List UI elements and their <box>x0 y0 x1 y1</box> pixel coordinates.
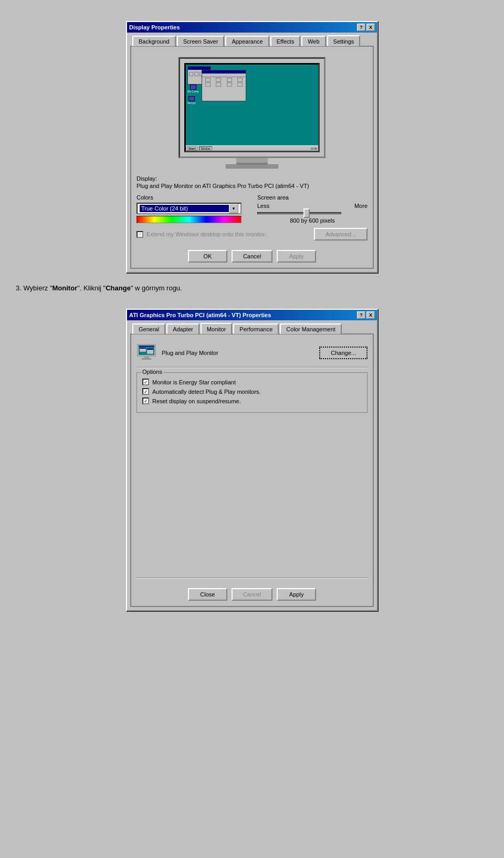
cancel-dialog2-button[interactable]: Cancel <box>232 588 272 601</box>
more-label: More <box>354 203 368 209</box>
svg-rect-6 <box>140 348 146 349</box>
monitor-frame: My Comp Recycl. Start Wi <box>178 57 326 158</box>
instruction-suffix: " w górnym rogu. <box>131 284 182 292</box>
energy-star-label: Monitor is Energy Star compliant <box>152 379 236 385</box>
colors-label: Colors <box>136 194 247 201</box>
reset-display-label: Reset display on suspend/resume. <box>152 398 241 404</box>
tab-performance[interactable]: Performance <box>233 323 279 334</box>
less-label: Less <box>257 203 269 209</box>
tab-settings[interactable]: Settings <box>327 35 361 46</box>
screen-area-label: Screen area <box>257 194 368 201</box>
tab-background[interactable]: Background <box>132 36 176 46</box>
plug-play-label: Automatically detect Plug & Play monitor… <box>152 389 261 395</box>
reset-display-checkbox[interactable]: ✓ <box>142 397 149 404</box>
dialog-title: Display Properties <box>129 24 180 30</box>
monitor-screen: My Comp Recycl. Start Wi <box>184 63 320 152</box>
colors-value: True Color (24 bit) <box>140 205 229 212</box>
monitor-name: Plug and Play Monitor <box>162 350 218 356</box>
extend-checkbox[interactable]: ✓ <box>136 231 143 238</box>
monitor-icon-large <box>136 344 156 362</box>
display-info: Plug and Play Monitor on ATI Graphics Pr… <box>136 183 368 189</box>
change-keyword: Change <box>106 284 131 292</box>
slider-thumb[interactable] <box>303 208 310 218</box>
tab-adapter[interactable]: Adapter <box>166 323 200 334</box>
energy-star-checkbox[interactable]: ✓ <box>142 379 149 385</box>
dialog1-buttons: OK Cancel Apply <box>136 246 368 263</box>
close-dialog2-button[interactable]: Close <box>188 588 227 601</box>
bottom-separator <box>136 578 368 579</box>
tab-monitor[interactable]: Monitor <box>201 323 233 334</box>
monitor-panel: Plug and Play Monitor Change... Options … <box>130 333 374 607</box>
apply-dialog2-button[interactable]: Apply <box>277 588 316 601</box>
colors-dropdown[interactable]: True Color (24 bit) ▼ <box>136 203 242 214</box>
resolution-slider[interactable] <box>257 212 341 214</box>
tabs-container: Background Screen Saver Appearance Effec… <box>130 36 374 46</box>
instruction-mid: ". Kliknij " <box>77 284 106 292</box>
color-bar <box>136 216 242 223</box>
extend-label: Extend my Windows desktop onto this moni… <box>146 231 266 237</box>
checkbox-plug-play: ✓ Automatically detect Plug & Play monit… <box>142 388 362 395</box>
options-group: Options ✓ Monitor is Energy Star complia… <box>136 372 368 413</box>
instruction-text: 3. Wybierz "Monitor". Kliknij "Change" w… <box>16 284 488 293</box>
apply-button[interactable]: Apply <box>277 250 316 263</box>
instruction-prefix: Wybierz " <box>23 284 52 292</box>
taskbar-mini: Start Window 12:00 <box>186 145 318 151</box>
ati-properties-dialog: ATI Graphics Pro Turbo PCI (atim64 - VT)… <box>126 309 378 611</box>
spacer <box>136 417 368 574</box>
svg-rect-8 <box>147 349 153 350</box>
options-label: Options <box>141 369 163 375</box>
monitor-keyword: Monitor <box>52 284 78 292</box>
change-button[interactable]: Change... <box>319 347 368 359</box>
ati-tabs-container: General Adapter Monitor Performance Colo… <box>130 323 374 334</box>
tab-web[interactable]: Web <box>301 36 326 46</box>
dropdown-arrow-icon[interactable]: ▼ <box>229 204 238 213</box>
ati-help-button[interactable]: ? <box>357 311 365 319</box>
close-button[interactable]: X <box>366 24 375 31</box>
settings-panel: My Comp Recycl. Start Wi <box>130 46 374 269</box>
resolution-value: 800 by 600 pixels <box>257 217 368 224</box>
tab-effects[interactable]: Effects <box>270 36 300 46</box>
titlebar-ati-properties: ATI Graphics Pro Turbo PCI (atim64 - VT)… <box>127 310 377 320</box>
tab-screensaver[interactable]: Screen Saver <box>177 36 225 46</box>
advanced-button[interactable]: Advanced... <box>314 228 368 240</box>
ati-close-button[interactable]: X <box>366 311 375 319</box>
tab-color-management[interactable]: Color Management <box>280 323 342 334</box>
checkbox-energy-star: ✓ Monitor is Energy Star compliant <box>142 379 362 385</box>
plug-play-checkbox[interactable]: ✓ <box>142 388 149 395</box>
monitor-preview: My Comp Recycl. Start Wi <box>136 52 368 171</box>
extend-checkbox-row: ✓ Extend my Windows desktop onto this mo… <box>136 228 368 240</box>
step-number: 3. <box>16 284 22 292</box>
ati-dialog-title: ATI Graphics Pro Turbo PCI (atim64 - VT)… <box>129 312 271 318</box>
cancel-button[interactable]: Cancel <box>232 250 272 263</box>
display-label: Display: <box>136 175 368 182</box>
checkbox-reset-display: ✓ Reset display on suspend/resume. <box>142 397 362 404</box>
monitor-row: Plug and Play Monitor Change... <box>136 344 368 362</box>
tab-appearance[interactable]: Appearance <box>225 36 269 46</box>
svg-rect-3 <box>144 356 149 358</box>
tab-general[interactable]: General <box>132 323 165 334</box>
display-properties-dialog: Display Properties ? X Background Screen… <box>126 21 378 273</box>
separator <box>136 367 368 368</box>
dialog2-buttons: Close Cancel Apply <box>136 584 368 601</box>
svg-rect-4 <box>142 358 151 360</box>
ok-button[interactable]: OK <box>188 250 227 263</box>
svg-rect-2 <box>139 346 154 347</box>
help-button[interactable]: ? <box>357 24 365 31</box>
titlebar-display-properties: Display Properties ? X <box>127 22 377 33</box>
